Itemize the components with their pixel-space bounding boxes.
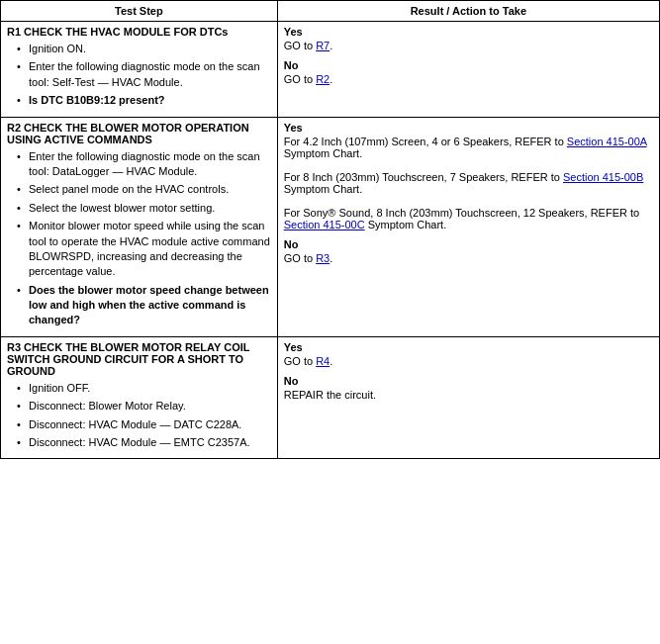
link-r7[interactable]: R7 (316, 40, 330, 51)
no-label: No (284, 238, 653, 250)
result-no-r1: No GO to R2. (284, 59, 653, 85)
table-row: R1 CHECK THE HVAC MODULE FOR DTCs Igniti… (1, 22, 660, 118)
link-r4[interactable]: R4 (316, 355, 330, 367)
result-no-r2: No GO to R3. (284, 238, 653, 264)
step-cell-r1: R1 CHECK THE HVAC MODULE FOR DTCs Igniti… (1, 22, 278, 118)
table-row: R2 CHECK THE BLOWER MOTOR OPERATION USIN… (1, 117, 660, 336)
list-item: Select panel mode on the HVAC controls. (17, 182, 271, 197)
yes-label: Yes (284, 122, 653, 134)
table-row: R3 CHECK THE BLOWER MOTOR RELAY COIL SWI… (1, 336, 660, 459)
list-item: Ignition OFF. (17, 381, 271, 396)
list-item: Disconnect: HVAC Module — DATC C228A. (17, 417, 271, 432)
list-item: Disconnect: Blower Motor Relay. (17, 399, 271, 414)
yes-label: Yes (284, 26, 653, 38)
no-label: No (284, 375, 653, 387)
link-415-00c[interactable]: Section 415-00C (284, 219, 365, 230)
step-list-r1: Ignition ON. Enter the following diagnos… (7, 42, 271, 109)
section-header-r1: R1 CHECK THE HVAC MODULE FOR DTCs (7, 26, 271, 38)
no-label: No (284, 59, 653, 71)
list-item: Enter the following diagnostic mode on t… (17, 149, 271, 180)
link-415-00b[interactable]: Section 415-00B (563, 171, 643, 183)
result-cell-r2: Yes For 4.2 Inch (107mm) Screen, 4 or 6 … (277, 117, 659, 336)
list-item: Enter the following diagnostic mode on t… (17, 59, 271, 90)
result-cell-r3: Yes GO to R4. No REPAIR the circuit. (277, 336, 659, 459)
result-yes-r3: Yes GO to R4. (284, 341, 653, 367)
col-header-result: Result / Action to Take (277, 1, 659, 22)
list-item: Monitor blower motor speed while using t… (17, 219, 271, 280)
link-r3[interactable]: R3 (316, 252, 330, 264)
step-list-r2: Enter the following diagnostic mode on t… (7, 149, 271, 328)
col-header-step: Test Step (1, 1, 278, 22)
step-list-r3: Ignition OFF. Disconnect: Blower Motor R… (7, 381, 271, 451)
list-item: Is DTC B10B9:12 present? (17, 93, 271, 108)
list-item: Ignition ON. (17, 42, 271, 56)
section-header-r3: R3 CHECK THE BLOWER MOTOR RELAY COIL SWI… (7, 341, 271, 377)
list-item: Select the lowest blower motor setting. (17, 201, 271, 216)
link-415-00a[interactable]: Section 415-00A (567, 136, 647, 147)
link-r2[interactable]: R2 (316, 73, 330, 85)
step-cell-r2: R2 CHECK THE BLOWER MOTOR OPERATION USIN… (1, 117, 278, 336)
list-item: Does the blower motor speed change betwe… (17, 283, 271, 328)
result-cell-r1: Yes GO to R7. No GO to R2. (277, 22, 659, 118)
yes-label: Yes (284, 341, 653, 353)
result-yes-r2: Yes For 4.2 Inch (107mm) Screen, 4 or 6 … (284, 122, 653, 230)
result-no-r3: No REPAIR the circuit. (284, 375, 653, 401)
section-header-r2: R2 CHECK THE BLOWER MOTOR OPERATION USIN… (7, 122, 271, 145)
result-yes-r1: Yes GO to R7. (284, 26, 653, 51)
step-cell-r3: R3 CHECK THE BLOWER MOTOR RELAY COIL SWI… (1, 336, 278, 459)
list-item: Disconnect: HVAC Module — EMTC C2357A. (17, 435, 271, 450)
